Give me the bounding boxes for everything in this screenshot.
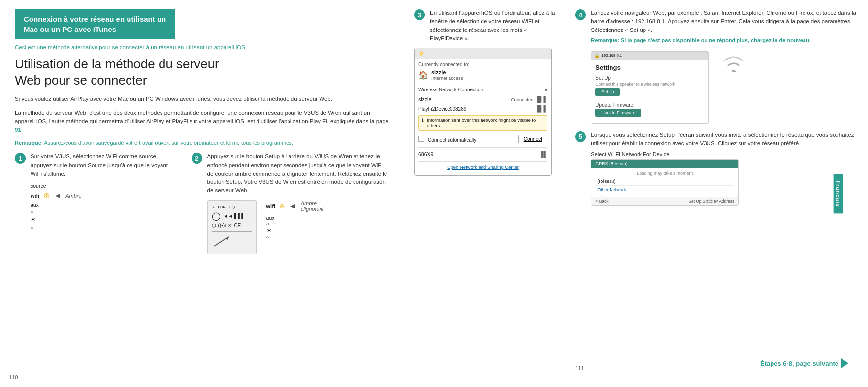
step2-wifi-indicator: wifi ⊕ ◄ Ambreclignotant aux ○ ✶ ○ (266, 200, 324, 240)
browser-divider (595, 99, 705, 99)
step4-remark: Remarque: Si la page n'est pas disponibl… (591, 37, 858, 43)
step5-block: 5 Lorsque vous sélectionnez Setup, l'écr… (575, 131, 858, 206)
source-label: source (31, 183, 82, 189)
network-connected-row: 🏠 sizzle Internet access (418, 69, 547, 84)
step1-diagram: source wifi ⊕ ◄ Ambre aux ○ (15, 183, 180, 232)
step4-text-main: Lancez votre navigateur Web, par exemple… (591, 10, 856, 33)
wsm-header: GPRS (Réseau) (591, 160, 738, 168)
wifi-select-mockup: GPRS (Réseau) Loading may take a moment … (591, 159, 739, 206)
info-warning-row: ℹ Information sent over this network mig… (418, 115, 547, 131)
connected-network-info: sizzle Internet access (431, 69, 463, 81)
step3-header: 3 En utilisant l'appareil iOS ou l'ordin… (414, 9, 555, 43)
bottom-icons: ⬡ ((•)) ✕ CE (212, 223, 252, 228)
remark-label: Remarque (15, 140, 41, 146)
ce-icon: CE (234, 223, 241, 228)
bt-led-row: ○ (31, 225, 82, 230)
sizzle-name: sizzle (418, 96, 431, 102)
header-title-line2: Mac ou un PC avec iTunes (24, 25, 116, 33)
step2-number: 2 (192, 153, 202, 164)
bt-led-icon: ○ (31, 225, 33, 230)
svg-point-2 (732, 70, 736, 72)
info-icon: ℹ (422, 118, 424, 123)
wifi-led-icon: ⊕ (43, 191, 50, 200)
step2-content: 2 Appuyez sur le bouton Setup à l'arrièr… (192, 152, 389, 195)
setup-item: Set Up Connect this speaker to a wireles… (595, 75, 705, 96)
setup-item-label: Set Up (595, 75, 705, 81)
eq-label: EQ (229, 205, 235, 209)
wsm-network-item: (Réseau) (595, 178, 734, 186)
step1-number: 1 (15, 153, 26, 164)
step2-circle: ○ (266, 221, 324, 227)
step3-number: 3 (414, 9, 425, 20)
setup-eq-label: SETUP EQ (212, 205, 252, 209)
step2-diagram: SETUP EQ ◯ ◄◄ ▌▌▌ ⬡ ((•)) ✕ CE (192, 200, 389, 254)
firmware-btn[interactable]: Update Firmware (595, 109, 641, 117)
signal-icon-playfi: ▐▌▌ (535, 105, 547, 112)
separator (418, 147, 547, 148)
step1-text: Sur votre V3US, sélectionnez WiFi comme … (31, 152, 180, 178)
step2-arrow-icon: ◄ (289, 202, 297, 210)
step2-bt-icon: ✶ (266, 227, 324, 234)
page: Connexion à votre réseau en utilisant un… (0, 0, 868, 387)
connected-network-sub: Internet access (431, 75, 463, 81)
step4-header-row: 4 Lancez votre navigateur Web, par exemp… (575, 9, 858, 34)
wifi-screen-mockup: ⚡ Currently connected to: 🏠 sizzle Inter… (414, 48, 552, 176)
playfi-row: PlayFi2Device008289 ▐▌▌ (418, 104, 547, 113)
browser-title-bar: 🔒 192.168.0.1 (591, 52, 708, 60)
next-steps-link[interactable]: Étapes 6-8, page suivante (760, 358, 848, 368)
step2-wifi-label: wifi (266, 203, 275, 209)
open-network-text: Open Network and Sharing Center (447, 164, 519, 170)
device-icon-group: source wifi ⊕ ◄ Ambre aux ○ (31, 183, 82, 232)
connect-button[interactable]: Connect (518, 135, 547, 143)
select-wifi-label: Select Wi-Fi Network For Device (591, 151, 858, 157)
led-row: ○ (31, 209, 82, 214)
page-number-left: 110 (9, 374, 18, 380)
connect-auto-label: Connect automatically (428, 137, 476, 143)
setup-btn[interactable]: Set up (595, 88, 620, 96)
body-paragraph-2: La méthode du serveur Web, c'est une des… (15, 109, 389, 135)
remark-text: : Assurez-vous d'avoir sauvegardé votre … (41, 140, 293, 146)
step2-block: 2 Appuyez sur le bouton Setup à l'arrièr… (192, 152, 389, 254)
wifi-screen-body: Currently connected to: 🏠 sizzle Interne… (415, 59, 551, 175)
step5-text: Lorsque vous sélectionnez Setup, l'écran… (591, 131, 858, 148)
wifi-symbol-area (719, 47, 748, 73)
connected-badge: Connected (511, 97, 534, 102)
firmware-item: Update Firmware Update Firmware (595, 102, 705, 117)
connect-auto-left: Connect automatically (418, 136, 476, 143)
auto-checkbox[interactable] (418, 136, 424, 142)
step1-content: 1 Sur votre V3US, sélectionnez WiFi comm… (15, 152, 180, 178)
body2-page: 91 (15, 127, 21, 133)
lang-tab: Français (833, 174, 843, 213)
step5-header-row: 5 Lorsque vous sélectionnez Setup, l'écr… (575, 131, 858, 148)
wsm-loading: Loading may take a moment (595, 171, 734, 176)
network-686x9-row: 686X9 ▐▌ (418, 149, 547, 159)
browser-mockup: 🔒 192.168.0.1 Settings Set Up Connect th… (591, 51, 709, 124)
connect-auto-row: Connect automatically Connect (418, 133, 547, 145)
next-steps-text: Étapes 6-8, page suivante (760, 360, 838, 367)
wsm-footer: < Back Set Up Static IP Address (591, 197, 738, 205)
main-title-line1: Utilisation de la méthode du serveur (15, 57, 219, 71)
wireless-label-text: Wireless Network Connection (418, 87, 483, 92)
open-network-link[interactable]: Open Network and Sharing Center (418, 161, 547, 172)
page-number-right: 111 (575, 365, 584, 371)
step1-block: 1 Sur votre V3US, sélectionnez WiFi comm… (15, 152, 180, 254)
collapse-icon: ∧ (544, 87, 547, 92)
right-column: 3 En utilisant l'appareil iOS ou l'ordin… (404, 0, 868, 387)
step2-text: Appuyez sur le bouton Setup à l'arrière … (207, 152, 389, 195)
wsm-back[interactable]: < Back (595, 199, 608, 204)
bluetooth-icon: ✶ (31, 216, 36, 223)
next-arrow-icon (841, 358, 848, 368)
network-686x9: 686X9 (418, 151, 433, 157)
step2-led-icon: ⊕ (279, 202, 285, 210)
setup-label: SETUP (212, 205, 225, 209)
wsm-other-network[interactable]: Other Network (595, 186, 734, 194)
house-icon: 🏠 (418, 70, 428, 80)
steps-row: 1 Sur votre V3US, sélectionnez WiFi comm… (15, 152, 389, 254)
step4-text: Lancez votre navigateur Web, par exemple… (591, 9, 858, 34)
wifi-row: wifi ⊕ ◄ Ambre (31, 191, 82, 200)
aux-label: aux (31, 202, 39, 208)
step4-number: 4 (575, 9, 586, 20)
step2-wifi-row: wifi ⊕ ◄ Ambreclignotant (266, 200, 324, 212)
wifi-label: wifi (31, 193, 39, 199)
panel-controls: ◯ ◄◄ ▌▌▌ (212, 211, 252, 221)
